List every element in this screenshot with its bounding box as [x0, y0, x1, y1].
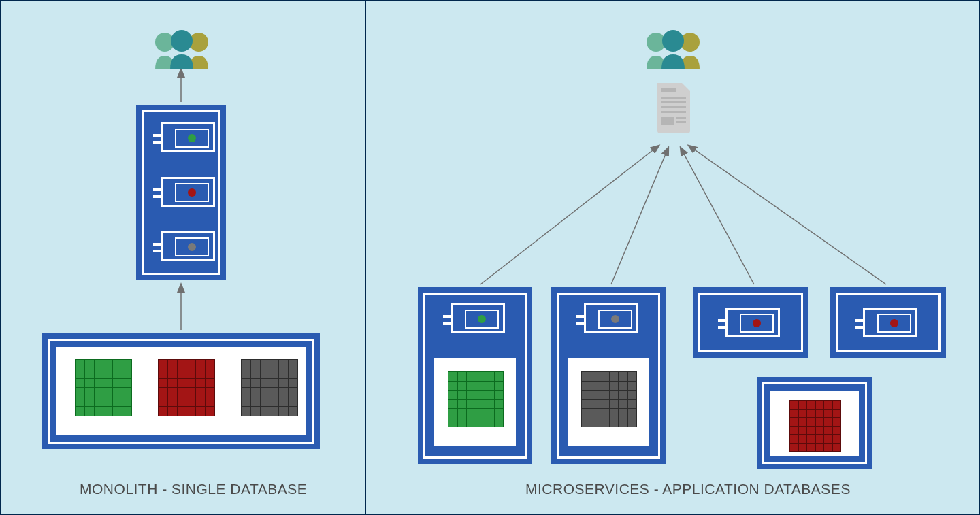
module-dot-red: [753, 319, 761, 327]
svg-line-3: [480, 146, 659, 284]
table-red: [158, 359, 214, 415]
module-dot-green: [478, 315, 486, 323]
service-grey-panel: [551, 287, 666, 464]
users-icon: [636, 29, 710, 69]
svg-rect-19: [676, 117, 686, 119]
module-dot-red: [188, 188, 196, 197]
api-gateway-icon: [653, 82, 694, 135]
service-module-red-a: [725, 308, 780, 337]
svg-line-5: [681, 148, 754, 284]
service-module-grey: [584, 303, 638, 333]
service-red-a-panel: [693, 287, 808, 358]
svg-rect-14: [662, 97, 686, 99]
table-grey: [241, 359, 297, 415]
svg-point-12: [662, 30, 684, 52]
shared-red-db: [789, 400, 840, 450]
monolith-caption: MONOLITH - SINGLE DATABASE: [80, 481, 307, 497]
module-dot-green: [188, 134, 196, 142]
svg-line-4: [611, 148, 668, 284]
svg-rect-16: [662, 106, 686, 108]
vertical-divider: [365, 1, 366, 514]
svg-rect-15: [662, 101, 686, 103]
monolith-module-green: [161, 122, 215, 152]
service-red-b-panel: [830, 287, 946, 358]
svg-rect-18: [662, 117, 674, 125]
module-dot-red: [890, 319, 898, 327]
svg-rect-13: [662, 88, 676, 92]
monolith-database-panel: [42, 333, 320, 449]
monolith-module-grey: [161, 231, 215, 261]
service-green-db: [448, 371, 502, 426]
users-icon: [144, 29, 219, 69]
microservices-caption: MICROSERVICES - APPLICATION DATABASES: [525, 481, 851, 497]
table-green: [75, 359, 131, 415]
shared-red-db-panel: [757, 377, 872, 469]
service-module-green: [451, 303, 505, 333]
svg-rect-20: [676, 121, 686, 123]
service-module-red-b: [863, 308, 917, 337]
svg-line-6: [689, 146, 886, 284]
module-dot-grey: [611, 315, 619, 323]
svg-point-9: [171, 30, 193, 52]
module-dot-grey: [188, 243, 196, 251]
svg-rect-17: [662, 111, 686, 113]
monolith-app-panel: [136, 105, 226, 280]
service-grey-db: [581, 371, 636, 426]
service-green-panel: [418, 287, 532, 464]
monolith-module-red: [161, 177, 215, 207]
